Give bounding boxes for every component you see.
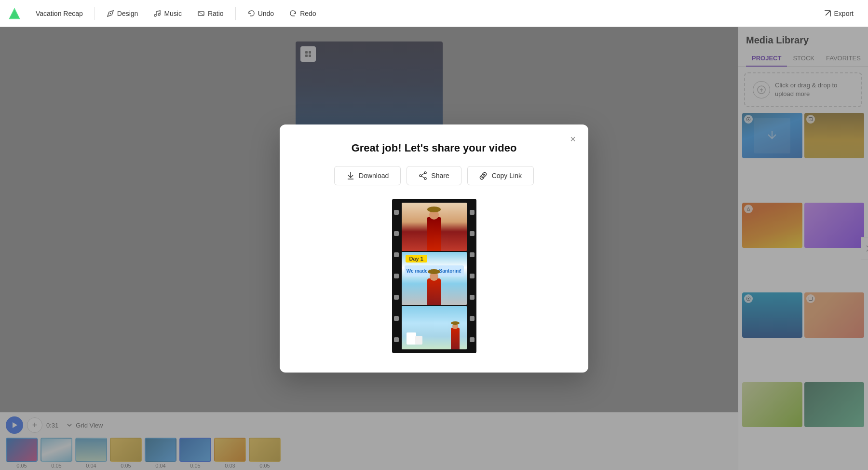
svg-point-2 [109, 13, 111, 14]
film-hole [470, 231, 475, 236]
ratio-button[interactable]: Ratio [190, 7, 231, 20]
film-hole [394, 274, 399, 278]
undo-button[interactable]: Undo [241, 7, 281, 20]
design-icon [107, 10, 114, 17]
film-day-label: Day 1 [406, 255, 427, 263]
film-hole [470, 252, 475, 257]
film-frames: Day 1 We made it to Santorini! [402, 203, 467, 349]
svg-point-3 [154, 14, 156, 16]
app-logo [6, 5, 23, 22]
divider-2 [235, 7, 236, 20]
music-button[interactable]: Music [147, 7, 189, 20]
film-frame-3 [402, 306, 467, 349]
share-button[interactable]: Share [407, 166, 461, 185]
export-button[interactable]: Export [815, 6, 862, 21]
toolbar: Vacation Recap Design Music Ratio Undo [0, 0, 868, 27]
project-name-button[interactable]: Vacation Recap [29, 7, 90, 20]
divider-1 [95, 7, 95, 20]
ratio-icon [197, 10, 205, 17]
modal-actions: Download Share Cop [299, 166, 569, 185]
svg-line-22 [421, 176, 424, 178]
svg-point-18 [424, 172, 426, 174]
export-icon [824, 10, 831, 17]
film-hole [394, 231, 399, 236]
toolbar-right: Export [815, 6, 862, 21]
svg-marker-1 [10, 10, 19, 18]
film-hole [470, 337, 475, 342]
film-frame-2: Day 1 We made it to Santorini! [402, 252, 467, 305]
film-holes-right [468, 199, 476, 353]
film-hole [470, 295, 475, 300]
modal-title: Great job! Let's share your video [299, 142, 569, 154]
share-icon [419, 171, 427, 180]
film-hole [470, 274, 475, 278]
film-hole [394, 210, 399, 215]
film-strip: Day 1 We made it to Santorini! [299, 199, 569, 353]
film-hole [394, 316, 399, 321]
redo-button[interactable]: Redo [283, 7, 323, 20]
film-holes-left [392, 199, 401, 353]
download-icon [346, 171, 355, 180]
share-modal: × Great job! Let's share your video Down… [280, 124, 588, 373]
undo-icon [247, 10, 255, 17]
film-hole [394, 295, 399, 300]
svg-point-20 [420, 175, 421, 177]
film-hole [470, 210, 475, 215]
modal-overlay[interactable]: × Great job! Let's share your video Down… [0, 27, 868, 470]
svg-point-19 [424, 178, 426, 180]
film-strip-inner: Day 1 We made it to Santorini! [392, 199, 476, 353]
music-icon [153, 10, 161, 17]
svg-line-6 [198, 12, 204, 15]
modal-close-button[interactable]: × [565, 131, 581, 147]
design-button[interactable]: Design [100, 7, 145, 20]
download-button[interactable]: Download [334, 166, 401, 185]
film-frame-1 [402, 203, 467, 251]
film-hole [394, 337, 399, 342]
film-hole [470, 316, 475, 321]
link-icon [479, 171, 488, 180]
film-hole [394, 252, 399, 257]
svg-point-4 [158, 14, 160, 15]
svg-line-21 [421, 173, 424, 175]
copy-link-button[interactable]: Copy Link [467, 166, 534, 185]
redo-icon [289, 10, 297, 17]
